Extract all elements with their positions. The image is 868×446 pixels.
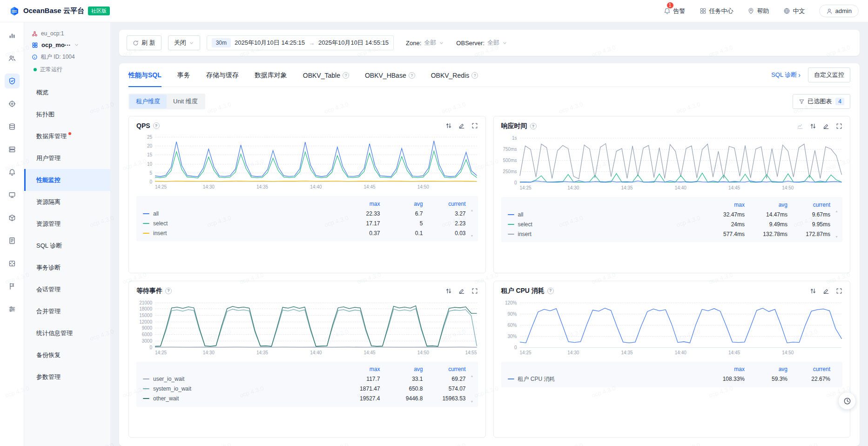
- sidebar-item-资源隔离[interactable]: 资源隔离: [24, 191, 110, 213]
- legend-value: 1871.47: [337, 385, 380, 392]
- help-icon[interactable]: ?: [165, 288, 172, 294]
- compare-icon[interactable]: [810, 288, 816, 294]
- compare-icon[interactable]: [810, 123, 816, 129]
- help-icon[interactable]: ?: [409, 72, 415, 79]
- sidebar-item-SQL 诊断[interactable]: SQL 诊断: [24, 235, 110, 257]
- edit-icon[interactable]: [823, 123, 829, 129]
- tab-性能与SQL[interactable]: 性能与SQL: [128, 63, 161, 87]
- dimension-tab-1[interactable]: Unit 维度: [167, 95, 204, 108]
- legend-scroll-down[interactable]: ▼: [835, 235, 838, 238]
- language-button[interactable]: 中文: [783, 7, 805, 15]
- package-icon[interactable]: [5, 210, 20, 225]
- legend-scroll-up[interactable]: ▲: [835, 209, 838, 213]
- sidebar-item-会话管理[interactable]: 会话管理: [24, 278, 110, 300]
- chart-type-icon[interactable]: [797, 123, 803, 129]
- sidebar-item-统计信息管理[interactable]: 统计信息管理: [24, 322, 110, 344]
- edit-icon[interactable]: [458, 122, 465, 129]
- history-fab[interactable]: [838, 392, 856, 410]
- sidebar-item-数据库管理[interactable]: 数据库管理: [24, 125, 110, 147]
- series-color-dash: [508, 224, 514, 225]
- legend-row[interactable]: all32.47ms14.47ms9.67ms: [508, 209, 831, 219]
- tenant-icon[interactable]: [5, 74, 20, 88]
- tenant-selector[interactable]: ocp_mo···: [24, 39, 110, 51]
- x-axis-label: 14:40: [310, 184, 322, 189]
- top-header: OceanBase 云平台 社区版 告警 1 任务中心 帮助 中文 admin: [0, 0, 868, 22]
- selected-charts-button[interactable]: 已选图表 4: [793, 94, 850, 109]
- sidebar-item-合并管理[interactable]: 合并管理: [24, 300, 110, 322]
- legend-row[interactable]: insert0.370.10.03: [143, 228, 466, 238]
- edit-icon[interactable]: [823, 288, 829, 294]
- tab-OBKV_HBase[interactable]: OBKV_HBase?: [365, 63, 415, 87]
- topology-icon[interactable]: [5, 96, 20, 111]
- help-icon[interactable]: ?: [343, 72, 349, 79]
- sidebar-item-概览[interactable]: 概览: [24, 81, 110, 103]
- refresh-button[interactable]: 刷 新: [127, 35, 161, 50]
- legend-row[interactable]: user_io_wait117.733.169.27: [143, 374, 466, 384]
- sidebar-item-参数管理[interactable]: 参数管理: [24, 366, 110, 388]
- fullscreen-icon[interactable]: [471, 288, 478, 294]
- fullscreen-icon[interactable]: [836, 288, 842, 294]
- tab-存储与缓存[interactable]: 存储与缓存: [206, 63, 239, 87]
- edit-icon[interactable]: [458, 288, 465, 294]
- tab-数据库对象[interactable]: 数据库对象: [255, 63, 287, 87]
- y-axis-label: 15: [147, 152, 152, 157]
- sidebar-item-资源管理[interactable]: 资源管理: [24, 213, 110, 235]
- help-icon[interactable]: ?: [153, 122, 160, 129]
- legend-row[interactable]: select24ms9.49ms9.95ms: [508, 219, 831, 229]
- legend-row[interactable]: all22.336.73.27: [143, 209, 466, 218]
- plugin-icon[interactable]: [5, 256, 20, 271]
- help-icon[interactable]: ?: [547, 288, 554, 294]
- legend-row[interactable]: insert577.4ms132.78ms172.87ms: [508, 229, 831, 239]
- observer-select[interactable]: OBServer: 全部: [456, 39, 507, 47]
- time-range-picker[interactable]: 30m 2025年10月10日 14:25:15 → 2025年10月10日 1…: [207, 35, 394, 50]
- compare-icon[interactable]: [445, 122, 452, 129]
- sidebar-item-性能监控[interactable]: 性能监控: [24, 169, 110, 191]
- overview-icon[interactable]: [5, 28, 20, 43]
- chart-legend: maxavgcurrentuser_io_wait117.733.169.27s…: [136, 362, 478, 407]
- auto-refresh-select[interactable]: 关闭: [168, 35, 200, 50]
- legend-scroll-up[interactable]: ▲: [471, 209, 474, 212]
- sql-diagnosis-link[interactable]: SQL 诊断 ›: [771, 71, 801, 79]
- custom-monitor-button[interactable]: 自定义监控: [808, 68, 850, 82]
- sidebar-item-备份恢复[interactable]: 备份恢复: [24, 344, 110, 366]
- tab-OBKV_Redis[interactable]: OBKV_Redis?: [431, 63, 478, 87]
- dimension-tab-0[interactable]: 租户维度: [129, 95, 167, 108]
- tab-OBKV_Table[interactable]: OBKV_Table?: [303, 63, 349, 87]
- compare-icon[interactable]: [445, 288, 452, 294]
- series-color-dash: [143, 378, 149, 379]
- legend-scroll-down[interactable]: ▼: [471, 234, 474, 237]
- host-icon[interactable]: [5, 142, 20, 157]
- y-axis-label: 750ms: [503, 147, 517, 152]
- sidebar-item-事务诊断[interactable]: 事务诊断: [24, 257, 110, 278]
- help-icon[interactable]: ?: [530, 123, 537, 129]
- monitor-icon[interactable]: [5, 188, 20, 203]
- legend-scroll-up[interactable]: ▲: [471, 374, 474, 378]
- tab-事务[interactable]: 事务: [177, 63, 190, 87]
- users-icon[interactable]: [5, 51, 20, 66]
- legend-row[interactable]: system_io_wait1871.47650.8574.07: [143, 384, 466, 394]
- legend-row[interactable]: select17.1752.23: [143, 218, 466, 228]
- legend-series-name: insert: [518, 231, 532, 237]
- fullscreen-icon[interactable]: [836, 123, 842, 129]
- zone-select[interactable]: Zone: 全部: [406, 39, 444, 47]
- task-center-button[interactable]: 任务中心: [700, 7, 733, 15]
- y-axis-label: 3000: [142, 338, 152, 343]
- legend-row[interactable]: other_wait19527.49446.815963.53: [143, 394, 466, 404]
- cluster-info[interactable]: eu_ocp:1: [24, 28, 110, 39]
- user-menu[interactable]: admin: [819, 5, 859, 17]
- database-icon[interactable]: [5, 119, 20, 134]
- sidebar-item-用户管理[interactable]: 用户管理: [24, 147, 110, 169]
- settings-icon[interactable]: [5, 302, 20, 317]
- legend-value: 33.1: [380, 376, 423, 382]
- legend-col-header: avg: [380, 366, 423, 372]
- report-icon[interactable]: [5, 233, 20, 248]
- backup-icon[interactable]: [5, 279, 20, 294]
- alarm-icon[interactable]: [5, 165, 20, 180]
- legend-scroll-down[interactable]: ▼: [471, 400, 474, 403]
- fullscreen-icon[interactable]: [471, 122, 478, 129]
- help-button[interactable]: 帮助: [747, 7, 769, 15]
- help-icon[interactable]: ?: [471, 72, 478, 79]
- sidebar-item-拓扑图[interactable]: 拓扑图: [24, 103, 110, 125]
- alarm-button[interactable]: 告警 1: [664, 7, 686, 15]
- legend-row[interactable]: 租户 CPU 消耗108.33%59.3%22.67%: [508, 374, 831, 384]
